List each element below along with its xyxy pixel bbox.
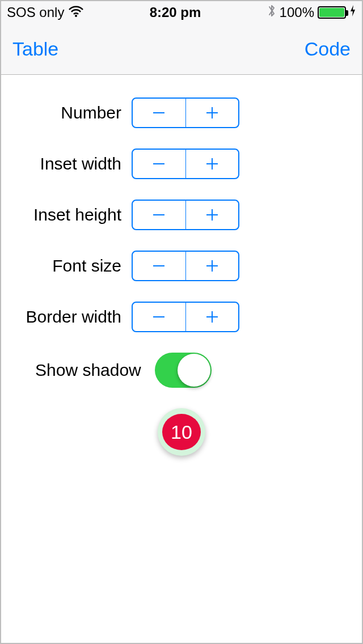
battery-percent: 100% <box>280 5 314 20</box>
number-label: Number <box>12 103 132 122</box>
font-size-minus-button[interactable] <box>133 252 186 280</box>
border-width-row: Border width <box>12 302 351 332</box>
inset-height-row: Inset height <box>12 200 351 230</box>
inset-height-minus-button[interactable] <box>133 201 186 229</box>
font-size-label: Font size <box>12 256 132 276</box>
number-stepper[interactable] <box>132 98 239 128</box>
badge: 10 <box>162 414 201 450</box>
carrier-text: SOS only <box>7 5 64 20</box>
font-size-row: Font size <box>12 251 351 281</box>
inset-height-stepper[interactable] <box>132 200 239 230</box>
svg-point-0 <box>75 15 77 17</box>
badge-value: 10 <box>171 421 192 443</box>
show-shadow-label: Show shadow <box>12 361 155 380</box>
show-shadow-row: Show shadow <box>12 353 351 388</box>
content: Number Inset width Inset height Font siz… <box>1 75 362 456</box>
bluetooth-icon <box>267 3 276 22</box>
show-shadow-toggle[interactable] <box>155 353 212 388</box>
inset-height-label: Inset height <box>12 205 132 224</box>
code-button[interactable]: Code <box>305 38 351 60</box>
inset-height-plus-button[interactable] <box>186 201 239 229</box>
battery-icon <box>318 6 346 19</box>
inset-width-row: Inset width <box>12 149 351 179</box>
number-plus-button[interactable] <box>186 99 239 127</box>
inset-width-minus-button[interactable] <box>133 150 186 178</box>
inset-width-label: Inset width <box>12 154 132 173</box>
badge-preview: 10 <box>12 408 351 456</box>
badge-halo: 10 <box>158 408 205 456</box>
inset-width-stepper[interactable] <box>132 149 239 179</box>
border-width-stepper[interactable] <box>132 302 239 332</box>
border-width-plus-button[interactable] <box>186 303 239 331</box>
nav-bar: Table Code <box>1 24 362 75</box>
charging-icon <box>349 4 356 21</box>
border-width-label: Border width <box>12 307 132 327</box>
wifi-icon <box>69 5 83 20</box>
border-width-minus-button[interactable] <box>133 303 186 331</box>
number-row: Number <box>12 98 351 128</box>
status-bar: SOS only 8:20 pm 100% <box>1 1 362 24</box>
status-left: SOS only <box>7 5 83 20</box>
table-button[interactable]: Table <box>12 38 58 60</box>
number-minus-button[interactable] <box>133 99 186 127</box>
status-time: 8:20 pm <box>150 5 201 20</box>
toggle-knob <box>178 354 210 387</box>
inset-width-plus-button[interactable] <box>186 150 239 178</box>
font-size-stepper[interactable] <box>132 251 239 281</box>
font-size-plus-button[interactable] <box>186 252 239 280</box>
status-right: 100% <box>267 3 356 22</box>
